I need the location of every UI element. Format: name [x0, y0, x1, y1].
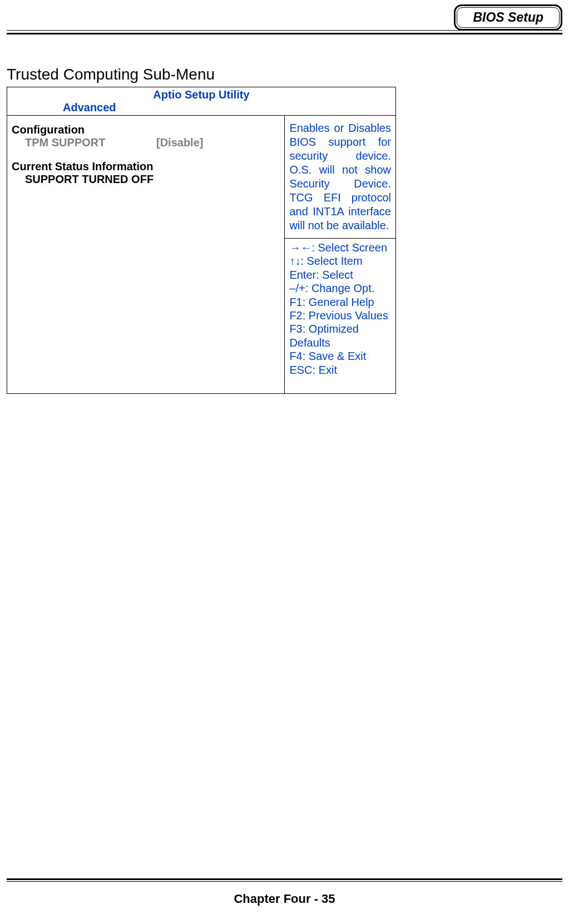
key-select-screen: →←: Select Screen [289, 241, 392, 254]
bios-main-panel: Configuration TPM SUPPORT [Disable] Curr… [7, 116, 285, 394]
key-f1: F1: General Help [289, 295, 392, 309]
footer-rule-thick [7, 878, 562, 880]
bios-table: Aptio Setup Utility Advanced Configurati… [7, 87, 396, 394]
utility-title: Aptio Setup Utility [7, 87, 395, 101]
header-badge-label: BIOS Setup [457, 7, 560, 28]
key-esc: ESC: Exit [289, 363, 392, 377]
key-f3: F3: Optimized Defaults [289, 322, 392, 349]
bios-help-panel: Enables or Disables BIOS support for sec… [285, 116, 396, 239]
help-text: Enables or Disables BIOS support for sec… [289, 122, 391, 231]
key-f2: F2: Previous Values [289, 309, 392, 322]
header-badge: BIOS Setup [454, 4, 562, 31]
tpm-support-row[interactable]: TPM SUPPORT [Disable] [12, 136, 280, 149]
key-f4: F4: Save & Exit [289, 349, 392, 363]
page-content: Trusted Computing Sub-Menu Aptio Setup U… [0, 39, 569, 394]
config-header: Configuration [12, 123, 280, 136]
status-header: Current Status Information [12, 160, 280, 173]
header-rule-thick [7, 33, 562, 34]
tpm-support-label: TPM SUPPORT [12, 136, 156, 149]
header-rule-thin [7, 30, 562, 31]
tab-row: Advanced [7, 101, 395, 115]
section-title: Trusted Computing Sub-Menu [7, 66, 562, 83]
page-header: BIOS Setup [0, 0, 569, 39]
tpm-support-value: [Disable] [156, 136, 203, 149]
footer-rule-thin [7, 881, 562, 882]
page-footer: Chapter Four - 35 [7, 878, 562, 906]
key-enter: Enter: Select [289, 268, 392, 281]
tab-advanced[interactable]: Advanced [7, 101, 116, 113]
bios-keys-panel: →←: Select Screen ↑↓: Select Item Enter:… [285, 239, 396, 394]
status-value: SUPPORT TURNED OFF [12, 173, 280, 186]
key-select-item: ↑↓: Select Item [289, 254, 392, 268]
bios-header-cell: Aptio Setup Utility Advanced [7, 87, 396, 116]
key-change-opt: –/+: Change Opt. [289, 281, 392, 295]
footer-label: Chapter Four - 35 [7, 892, 562, 906]
